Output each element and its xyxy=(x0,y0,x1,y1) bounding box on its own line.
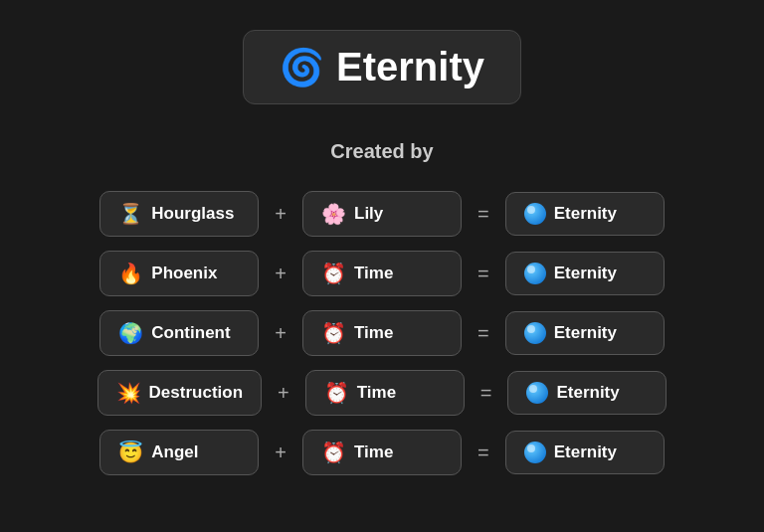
recipe-4-left[interactable]: 😇Angel xyxy=(99,430,259,475)
recipe-1-equals: = xyxy=(478,263,489,285)
recipe-0-left[interactable]: ⏳Hourglass xyxy=(99,191,259,237)
recipe-4-result[interactable]: Eternity xyxy=(505,431,665,474)
app-title: Eternity xyxy=(336,45,484,89)
recipe-row-4: 😇Angel+⏰Time=Eternity xyxy=(44,430,720,475)
recipe-0-left-icon: ⏳ xyxy=(118,202,143,226)
recipe-2-right[interactable]: ⏰Time xyxy=(302,310,462,356)
recipe-3-right[interactable]: ⏰Time xyxy=(305,370,465,416)
recipe-2-result[interactable]: Eternity xyxy=(505,311,665,355)
recipe-2-right-icon: ⏰ xyxy=(321,321,346,345)
recipe-row-2: 🌍Continent+⏰Time=Eternity xyxy=(44,310,720,356)
recipe-0-equals: = xyxy=(478,203,489,226)
recipe-4-result-icon xyxy=(524,442,546,463)
recipe-3-result-label: Eternity xyxy=(556,383,619,403)
recipe-0-right[interactable]: 🌸Lily xyxy=(302,191,462,237)
recipe-4-right[interactable]: ⏰Time xyxy=(302,430,462,475)
recipe-row-1: 🔥Phoenix+⏰Time=Eternity xyxy=(44,251,720,296)
recipe-1-plus: + xyxy=(275,263,286,285)
recipe-2-plus: + xyxy=(275,322,286,345)
recipe-3-left-icon: 💥 xyxy=(116,381,141,405)
recipe-1-left[interactable]: 🔥Phoenix xyxy=(99,251,259,296)
recipe-2-equals: = xyxy=(478,322,489,345)
subtitle: Created by xyxy=(330,140,433,163)
recipe-4-right-icon: ⏰ xyxy=(321,441,346,464)
recipe-1-result-label: Eternity xyxy=(554,264,617,283)
recipe-3-equals: = xyxy=(480,382,492,405)
recipe-3-result[interactable]: Eternity xyxy=(507,371,667,415)
recipe-4-right-label: Time xyxy=(354,443,393,462)
title-card: 🌀 Eternity xyxy=(243,30,521,104)
title-icon: 🌀 xyxy=(280,47,324,89)
recipe-3-left[interactable]: 💥Destruction xyxy=(97,370,262,416)
recipe-2-left[interactable]: 🌍Continent xyxy=(99,310,259,356)
recipe-3-right-label: Time xyxy=(357,383,396,403)
recipe-4-equals: = xyxy=(478,442,489,464)
recipe-1-right-icon: ⏰ xyxy=(321,262,346,285)
recipe-1-right-label: Time xyxy=(354,264,393,283)
recipe-row-0: ⏳Hourglass+🌸Lily=Eternity xyxy=(44,191,720,237)
recipe-1-left-label: Phoenix xyxy=(151,264,217,283)
recipe-1-right[interactable]: ⏰Time xyxy=(302,251,462,296)
recipe-1-result-icon xyxy=(524,263,546,284)
recipe-2-result-icon xyxy=(524,322,546,344)
recipe-1-result[interactable]: Eternity xyxy=(505,252,665,295)
recipe-3-plus: + xyxy=(278,382,289,405)
recipe-0-result-icon xyxy=(524,203,546,225)
recipe-4-left-label: Angel xyxy=(151,443,198,462)
recipe-4-left-icon: 😇 xyxy=(118,441,143,464)
recipe-1-left-icon: 🔥 xyxy=(118,262,143,285)
recipe-3-left-label: Destruction xyxy=(149,383,243,403)
recipe-0-result-label: Eternity xyxy=(554,204,617,224)
recipe-3-result-icon xyxy=(526,382,548,404)
recipe-0-result[interactable]: Eternity xyxy=(505,192,665,236)
recipe-2-left-label: Continent xyxy=(151,323,230,343)
recipe-4-result-label: Eternity xyxy=(554,443,617,462)
recipe-4-plus: + xyxy=(275,442,286,464)
recipe-0-left-label: Hourglass xyxy=(151,204,234,224)
recipe-2-right-label: Time xyxy=(354,323,393,343)
recipes-list: ⏳Hourglass+🌸Lily=Eternity🔥Phoenix+⏰Time=… xyxy=(44,191,720,475)
recipe-3-right-icon: ⏰ xyxy=(324,381,349,405)
recipe-0-right-icon: 🌸 xyxy=(321,202,346,226)
recipe-0-right-label: Lily xyxy=(354,204,383,224)
recipe-2-result-label: Eternity xyxy=(554,323,617,343)
recipe-row-3: 💥Destruction+⏰Time=Eternity xyxy=(44,370,720,416)
recipe-2-left-icon: 🌍 xyxy=(118,321,143,345)
recipe-0-plus: + xyxy=(275,203,286,226)
